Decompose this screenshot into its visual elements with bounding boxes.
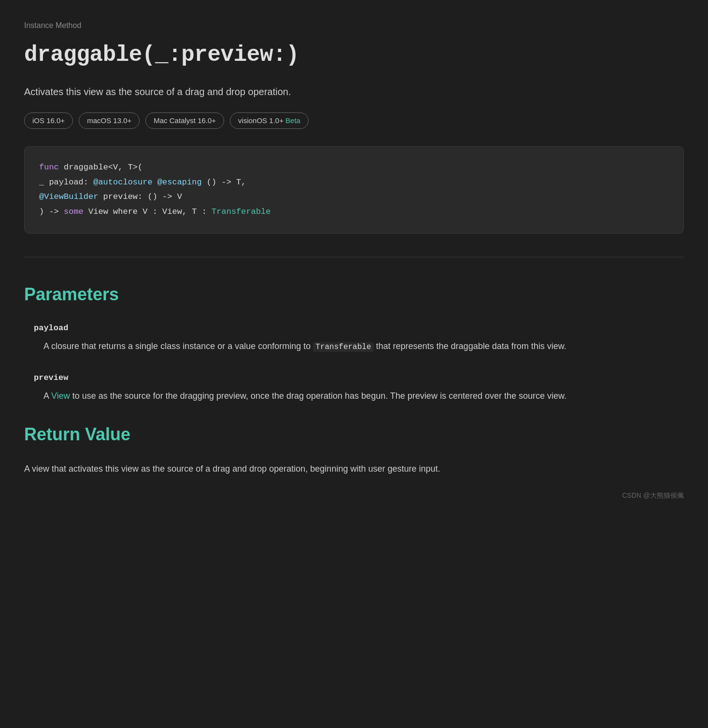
return-value-title: Return Value xyxy=(24,420,684,448)
code-where: where xyxy=(113,207,138,216)
code-view1: View xyxy=(84,207,113,216)
parameters-section: Parameters payload A closure that return… xyxy=(24,280,684,403)
badge-visionos[interactable]: visionOS 1.0+ Beta xyxy=(230,112,309,129)
code-func-name: draggable<V, T>( xyxy=(59,163,142,172)
code-line-1: func draggable<V, T>( xyxy=(39,160,669,175)
return-value-desc: A view that activates this view as the s… xyxy=(24,462,684,476)
param-payload-name: payload xyxy=(34,322,684,335)
code-attrs: @autoclosure @escaping xyxy=(93,178,201,187)
badge-mac-catalyst[interactable]: Mac Catalyst 16.0+ xyxy=(145,112,224,129)
method-description: Activates this view as the source of a d… xyxy=(24,84,684,99)
transferable-code: Transferable xyxy=(313,342,373,352)
code-param-underscore: _ payload: xyxy=(39,178,93,187)
badge-macos[interactable]: macOS 13.0+ xyxy=(79,112,140,129)
code-block: func draggable<V, T>( _ payload: @autocl… xyxy=(24,146,684,233)
param-preview: preview A View to use as the source for … xyxy=(24,371,684,403)
badges-container: iOS 16.0+ macOS 13.0+ Mac Catalyst 16.0+… xyxy=(24,112,684,129)
param-preview-name: preview xyxy=(34,371,684,384)
code-transferable: Transferable xyxy=(212,207,270,216)
divider-1 xyxy=(24,257,684,257)
keyword-func: func xyxy=(39,163,59,172)
code-some: some xyxy=(64,207,84,216)
parameters-title: Parameters xyxy=(24,280,684,308)
method-title: draggable(_:preview:) xyxy=(24,38,684,73)
instance-method-label: Instance Method xyxy=(24,19,684,32)
watermark: CSDN @大熊猫侯佩 xyxy=(24,490,684,501)
code-line3-rest: preview: () -> V xyxy=(98,192,182,201)
badge-ios[interactable]: iOS 16.0+ xyxy=(24,112,73,129)
code-line2-rest: () -> T, xyxy=(202,178,246,187)
code-line4-prefix: ) -> xyxy=(39,207,64,216)
param-payload: payload A closure that returns a single … xyxy=(24,322,684,354)
code-line-4: ) -> some View where V : View, T : Trans… xyxy=(39,205,669,220)
param-preview-desc: A View to use as the source for the drag… xyxy=(43,389,684,403)
code-line4-rest: V : View, T : xyxy=(138,207,212,216)
code-line-2: _ payload: @autoclosure @escaping () -> … xyxy=(39,175,669,190)
code-line-3: @ViewBuilder preview: () -> V xyxy=(39,190,669,205)
view-link[interactable]: View xyxy=(51,391,70,401)
code-viewbuilder: @ViewBuilder xyxy=(39,192,98,201)
param-payload-desc: A closure that returns a single class in… xyxy=(43,339,684,354)
return-value-section: Return Value A view that activates this … xyxy=(24,420,684,476)
